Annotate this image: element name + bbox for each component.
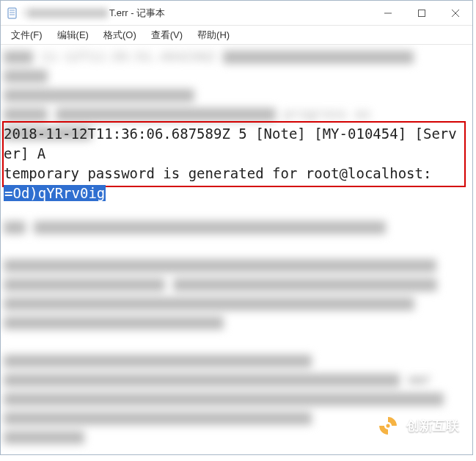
blurred-text-top: 11-12T11:35:51.404236Z progress as [4,48,463,120]
text-area[interactable]: 11-12T11:35:51.404236Z progress as 2018-… [1,45,472,454]
notepad-window: I T.err - 记事本 文件(F) 编辑(E) 格式(O) 查看(V) 帮助… [0,0,473,455]
menu-file[interactable]: 文件(F) [5,27,48,43]
blurred-text-bottom: ver [4,199,463,449]
minimize-button[interactable] [371,1,405,26]
menubar: 文件(F) 编辑(E) 格式(O) 查看(V) 帮助(H) [1,26,472,45]
log-line-1: 2018-11-12T11:36:06.687589Z 5 [Note] [MY… [4,124,463,164]
notepad-icon [7,7,18,19]
titlebar[interactable]: I T.err - 记事本 [1,1,472,26]
close-button[interactable] [439,1,472,26]
svg-rect-5 [419,10,425,16]
menu-edit[interactable]: 编辑(E) [51,27,95,43]
svg-rect-0 [8,8,16,18]
highlighted-log-text: 2018-11-12T11:36:06.687589Z 5 [Note] [MY… [4,124,463,203]
maximize-button[interactable] [405,1,439,26]
log-line-2: temporary password is generated for root… [4,164,463,184]
window-title: I T.err - 记事本 [23,7,165,20]
menu-view[interactable]: 查看(V) [145,27,188,43]
menu-help[interactable]: 帮助(H) [191,27,235,43]
menu-format[interactable]: 格式(O) [98,27,142,43]
